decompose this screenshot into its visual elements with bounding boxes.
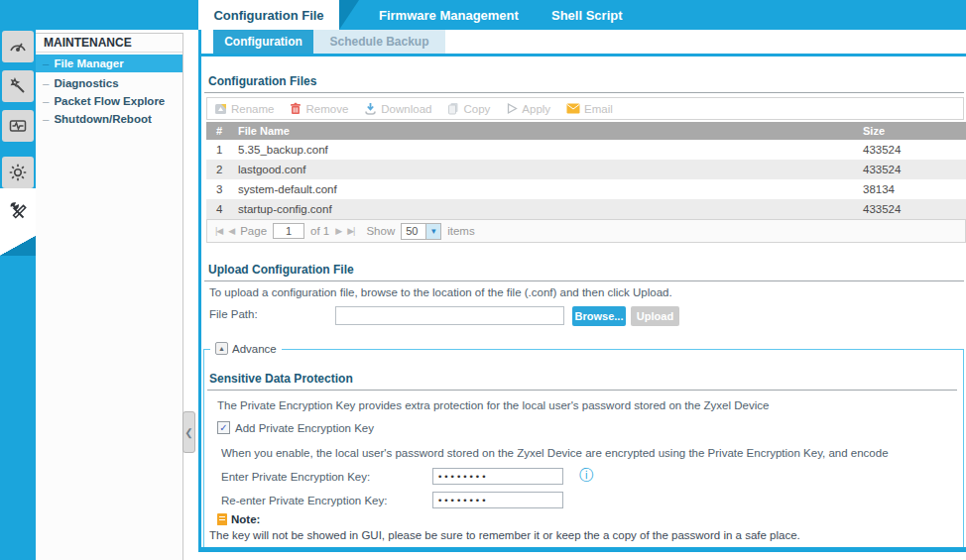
sub-tab-bar: Configuration Schedule Backup xyxy=(201,30,966,56)
subtab-configuration[interactable]: Configuration xyxy=(213,30,313,54)
rename-button[interactable]: Rename xyxy=(214,102,274,115)
subtab-label: Schedule Backup xyxy=(329,35,428,49)
page-label: Page xyxy=(240,225,267,237)
cell-file-name: system-default.conf xyxy=(230,183,855,195)
copy-button[interactable]: Copy xyxy=(447,102,490,115)
download-icon xyxy=(364,102,377,115)
cell-file-name: startup-config.conf xyxy=(230,203,855,215)
dash-bullet: – xyxy=(43,77,49,89)
items-per-page-select[interactable]: 50 ▾ xyxy=(401,223,441,240)
dash-bullet: – xyxy=(43,57,49,69)
reenter-key-label: Re-enter Private Encryption Key: xyxy=(221,495,387,506)
file-toolbar: Rename Remove Download xyxy=(206,97,964,120)
download-button[interactable]: Download xyxy=(364,102,431,115)
tab-label: Shell Script xyxy=(551,8,623,23)
nav-icon-bar xyxy=(0,0,36,560)
cell-size: 433524 xyxy=(855,144,966,156)
note-text: The key will not be showed in GUI, pleas… xyxy=(209,529,958,541)
next-page-icon[interactable]: ▶ xyxy=(335,226,341,236)
note-document-icon xyxy=(217,513,227,525)
enter-key-label: Enter Private Encryption Key: xyxy=(221,471,370,483)
advance-label: Advance xyxy=(232,343,277,355)
col-size: Size xyxy=(855,125,966,137)
configuration-files-title: Configuration Files xyxy=(204,74,964,93)
page-input[interactable] xyxy=(273,223,304,239)
copy-label: Copy xyxy=(463,103,490,115)
email-icon xyxy=(566,103,580,114)
show-label: Show xyxy=(366,225,395,237)
menu-item-diagnostics[interactable]: – Diagnostics xyxy=(36,74,182,92)
menu-item-label: Shutdown/Reboot xyxy=(54,113,151,125)
advance-toggle[interactable]: ▲ Advance xyxy=(210,342,282,355)
show-value: 50 xyxy=(402,225,425,237)
menu-item-label: Packet Flow Explore xyxy=(54,95,165,107)
upload-section-title: Upload Configuration File xyxy=(204,263,964,281)
info-icon[interactable]: ⓘ xyxy=(579,467,593,485)
copy-icon xyxy=(447,102,459,115)
file-path-input[interactable] xyxy=(335,306,564,325)
table-header-row: # File Name Size xyxy=(206,122,966,140)
dash-bullet: – xyxy=(43,95,49,107)
add-private-key-label: Add Private Encryption Key xyxy=(235,422,374,434)
trash-icon xyxy=(290,102,302,115)
wizard-wand-icon[interactable] xyxy=(2,70,34,102)
remove-label: Remove xyxy=(305,103,348,115)
chevron-down-icon: ▾ xyxy=(425,224,440,239)
menu-item-packet-flow-explore[interactable]: – Packet Flow Explore xyxy=(36,92,182,110)
menu-item-file-manager[interactable]: – File Manager xyxy=(36,55,182,72)
add-private-key-row: ✓ Add Private Encryption Key xyxy=(217,421,374,434)
browse-button[interactable]: Browse... xyxy=(572,306,626,326)
dashboard-gauge-icon[interactable] xyxy=(2,31,34,62)
remove-button[interactable]: Remove xyxy=(290,102,348,115)
encryption-key-description: The Private Encryption Key provides extr… xyxy=(217,399,769,411)
reenter-key-input[interactable] xyxy=(432,492,563,508)
prev-page-icon[interactable]: ◀ xyxy=(228,226,234,236)
first-page-icon[interactable]: |◀ xyxy=(215,226,222,236)
download-label: Download xyxy=(381,103,431,115)
table-row[interactable]: 3 system-default.conf 38134 xyxy=(206,179,966,199)
tab-firmware-management[interactable]: Firmware Management xyxy=(379,0,519,30)
table-row[interactable]: 4 startup-config.conf 433524 xyxy=(206,199,966,219)
active-icon-fold xyxy=(0,236,36,256)
subtab-schedule-backup[interactable]: Schedule Backup xyxy=(313,30,445,54)
col-number: # xyxy=(206,125,230,137)
add-private-key-checkbox[interactable]: ✓ xyxy=(217,421,230,434)
enter-key-input[interactable] xyxy=(432,468,563,485)
tab-configuration-file[interactable]: Configuration File xyxy=(198,0,339,30)
upload-button[interactable]: Upload xyxy=(631,306,679,326)
subtab-label: Configuration xyxy=(224,35,302,49)
content-area: Configuration Schedule Backup Configurat… xyxy=(198,30,966,552)
tab-label: Configuration File xyxy=(213,8,323,23)
sensitive-data-protection-title: Sensitive Data Protection xyxy=(207,372,957,391)
file-path-label: File Path: xyxy=(209,308,258,320)
chevron-left-icon: ❮ xyxy=(184,427,192,438)
maintenance-tools-icon[interactable] xyxy=(0,188,36,236)
last-page-icon[interactable]: ▶| xyxy=(347,226,354,236)
menu-item-shutdown-reboot[interactable]: – Shutdown/Reboot xyxy=(36,110,182,128)
rename-icon xyxy=(214,102,227,115)
pagination-bar: |◀ ◀ Page of 1 ▶ ▶| Show 50 ▾ items xyxy=(206,219,966,243)
zyxel-file-manager-page: Configuration File Firmware Management S… xyxy=(0,0,966,560)
table-row[interactable]: 2 lastgood.conf 433524 xyxy=(206,160,966,179)
cell-size: 433524 xyxy=(855,203,966,215)
cell-number: 2 xyxy=(206,164,230,175)
table-row[interactable]: 1 5.35_backup.conf 433524 xyxy=(206,140,966,160)
cell-file-name: 5.35_backup.conf xyxy=(230,144,855,156)
of-label: of 1 xyxy=(310,225,329,237)
email-button[interactable]: Email xyxy=(566,103,613,115)
tab-label: Firmware Management xyxy=(379,8,519,23)
col-file-name: File Name xyxy=(230,125,855,137)
apply-button[interactable]: Apply xyxy=(506,102,550,115)
monitor-pulse-icon[interactable] xyxy=(2,110,34,142)
tab-shell-script[interactable]: Shell Script xyxy=(551,0,623,30)
cell-number: 3 xyxy=(206,183,230,195)
note-title: Note: xyxy=(231,513,260,525)
menu-item-label: Diagnostics xyxy=(54,77,118,89)
rename-label: Rename xyxy=(231,103,274,115)
cell-size: 433524 xyxy=(855,164,966,175)
cell-size: 38134 xyxy=(855,183,966,195)
panel-collapse-handle[interactable]: ❮ xyxy=(182,411,195,453)
cell-file-name: lastgood.conf xyxy=(230,164,855,175)
collapse-up-icon: ▲ xyxy=(215,342,228,355)
settings-gear-icon[interactable] xyxy=(2,157,34,188)
